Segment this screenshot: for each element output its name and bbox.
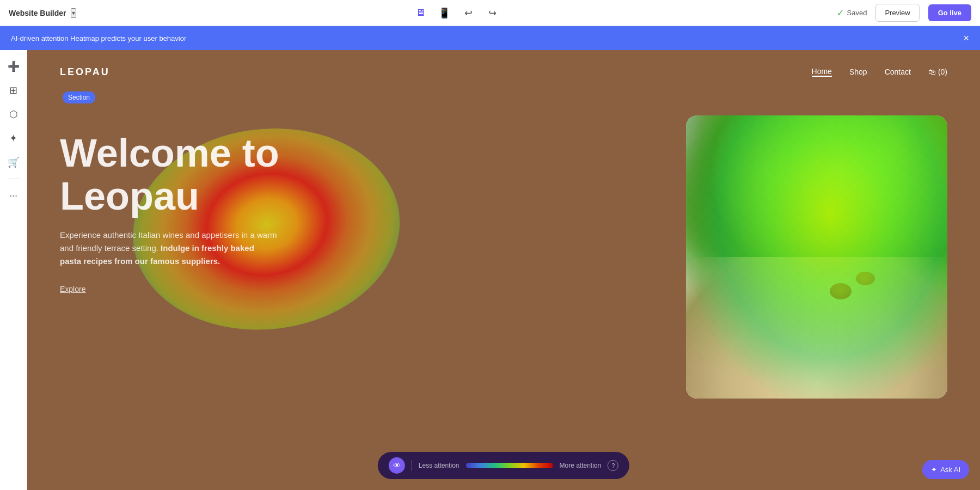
desktop-view-btn[interactable]: 🖥 (412, 4, 429, 22)
sidebar-layers-btn[interactable]: ⊞ (4, 81, 23, 100)
ask-ai-button[interactable]: ✦ Ask AI (922, 460, 969, 479)
banner-text: AI-driven attention Heatmap predicts you… (11, 34, 186, 42)
sidebar-shapes-btn[interactable]: ⬡ (4, 105, 23, 124)
website-nav: LEOPAU Home Shop Contact 🛍 (0) (27, 50, 980, 94)
undo-btn[interactable]: ↩ (460, 4, 477, 22)
nav-home[interactable]: Home (812, 67, 832, 77)
canvas-area[interactable]: LEOPAU Home Shop Contact 🛍 (0) Section W… (27, 50, 980, 490)
gradient-bar (466, 463, 553, 468)
sidebar-separator (7, 179, 20, 179)
toolbar-chevron-btn[interactable]: ▾ (71, 8, 76, 18)
bar-separator (412, 460, 412, 471)
eye-toggle-btn[interactable]: 👁 (389, 457, 405, 474)
food-pasta-decoration (686, 257, 947, 399)
explore-button[interactable]: Explore (60, 285, 85, 293)
toolbar-left: Website Builder ▾ (9, 8, 76, 18)
food-image-bg (686, 115, 947, 399)
hero-text: Welcome to Leopau Experience authentic I… (60, 110, 686, 294)
nav-contact[interactable]: Contact (885, 68, 911, 76)
toolbar: Website Builder ▾ 🖥 📱 ↩ ↪ ✓ Saved Previe… (0, 0, 980, 26)
section-label: Section (63, 91, 95, 103)
main-layout: ➕ ⊞ ⬡ ✦ 🛒 ··· LEOPAU Home Shop Contact 🛍… (0, 50, 980, 490)
banner-close-btn[interactable]: × (963, 33, 969, 44)
cart-icon[interactable]: 🛍 (0) (928, 68, 947, 76)
left-sidebar: ➕ ⊞ ⬡ ✦ 🛒 ··· (0, 50, 27, 490)
ask-ai-icon: ✦ (931, 465, 937, 474)
mobile-view-btn[interactable]: 📱 (436, 4, 453, 22)
food-tomatoes2-decoration (856, 272, 875, 285)
hero-image-container (686, 115, 947, 399)
site-nav-links: Home Shop Contact 🛍 (0) (812, 67, 947, 77)
food-plate (686, 115, 947, 399)
hero-content: Welcome to Leopau Experience authentic I… (27, 94, 980, 490)
toolbar-title: Website Builder (9, 9, 66, 17)
attention-bar: 👁 Less attention More attention ? (378, 452, 629, 479)
golive-button[interactable]: Go live (928, 4, 971, 21)
less-attention-label: Less attention (419, 462, 460, 469)
info-btn[interactable]: ? (608, 460, 618, 471)
sidebar-add-btn[interactable]: ➕ (4, 57, 23, 76)
preview-button[interactable]: Preview (875, 4, 919, 22)
hero-description: Experience authentic Italian wines and a… (60, 229, 278, 268)
hero-title: Welcome to Leopau (60, 132, 686, 218)
sidebar-commerce-btn[interactable]: 🛒 (4, 152, 23, 172)
website-mockup: LEOPAU Home Shop Contact 🛍 (0) Section W… (27, 50, 980, 490)
toolbar-right: ✓ Saved Preview Go live (837, 4, 971, 22)
redo-btn[interactable]: ↪ (483, 4, 501, 22)
ai-banner: AI-driven attention Heatmap predicts you… (0, 26, 980, 50)
nav-shop[interactable]: Shop (849, 68, 867, 76)
saved-label: Saved (847, 9, 867, 17)
saved-indicator: ✓ Saved (837, 8, 867, 18)
saved-check-icon: ✓ (837, 8, 844, 18)
sidebar-more-btn[interactable]: ··· (4, 186, 23, 205)
sidebar-ai-btn[interactable]: ✦ (4, 128, 23, 148)
food-tomatoes-decoration (830, 283, 852, 299)
site-logo: LEOPAU (60, 66, 110, 78)
more-attention-label: More attention (560, 462, 602, 469)
ask-ai-label: Ask AI (940, 465, 960, 474)
toolbar-center: 🖥 📱 ↩ ↪ (412, 4, 501, 22)
